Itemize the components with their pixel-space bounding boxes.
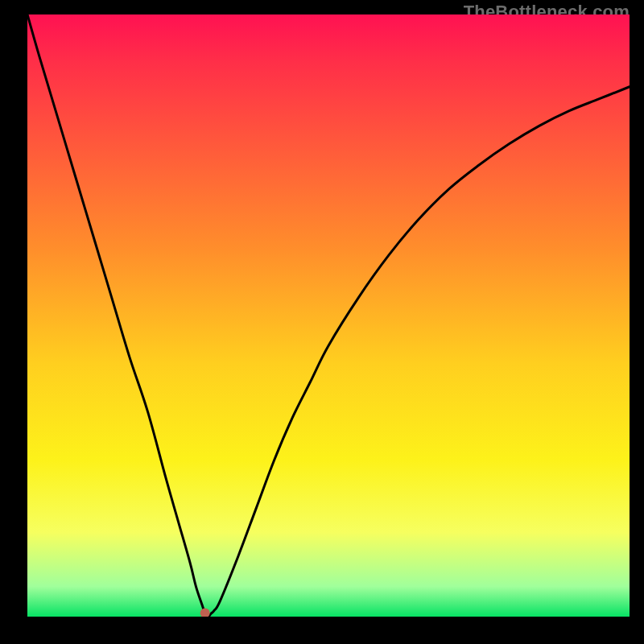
curve-layer: [27, 14, 630, 617]
plot-area: [27, 14, 630, 617]
bottleneck-curve: [27, 14, 630, 617]
min-marker: [200, 609, 210, 617]
chart-frame: TheBottleneck.com: [0, 0, 644, 644]
